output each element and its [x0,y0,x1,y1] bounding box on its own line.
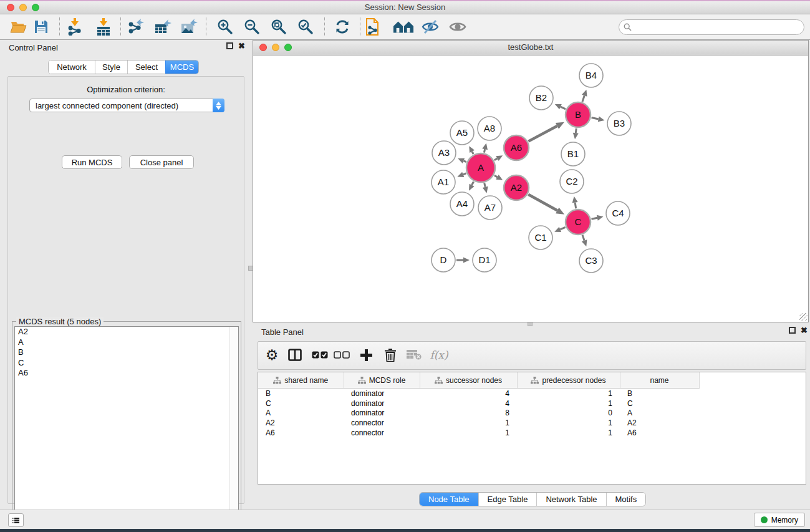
window-resize-grip[interactable] [799,313,808,321]
table-cell[interactable]: A6 [620,428,699,438]
table-row[interactable]: A2connector11A2 [258,418,699,428]
float-panel-icon[interactable] [226,42,233,49]
table-cell[interactable]: 4 [420,399,517,409]
table-cell[interactable]: A2 [620,418,699,428]
close-panel-icon[interactable]: ✖ [238,42,245,49]
table-cell[interactable]: C [620,399,699,409]
network-close-button[interactable] [259,44,267,51]
hide-graphics-details-button[interactable] [420,16,441,37]
export-image-button[interactable] [178,16,200,37]
table-row[interactable]: Bdominator41B [258,389,699,399]
table-cell[interactable]: B [620,389,699,399]
tab-style[interactable]: Style [95,60,127,74]
table-cell[interactable]: 1 [420,418,517,428]
table-cell[interactable]: A [258,408,344,418]
new-network-from-file-button[interactable] [362,16,383,37]
open-session-button[interactable] [8,16,29,37]
mcds-result-item[interactable]: B [15,347,238,358]
table-cell[interactable]: 1 [517,399,620,409]
graph-edge-A-A3 [463,161,466,162]
network-minimize-button[interactable] [272,44,279,51]
graph-node-label: C4 [612,208,624,218]
table-cell[interactable]: 8 [420,408,517,418]
table-cell[interactable]: connector [344,428,420,438]
column-header[interactable]: shared name [258,372,344,389]
scrollbar-track[interactable] [229,327,238,532]
table-cell[interactable]: 0 [517,408,620,418]
zoom-fit-button[interactable] [268,16,289,37]
main-toolbar [0,14,810,40]
table-cell[interactable]: 1 [420,428,517,438]
import-table-button[interactable] [93,16,114,37]
table-cell[interactable]: 1 [517,418,620,428]
table-row[interactable]: Cdominator41C [258,399,699,409]
home-pages-icon[interactable] [393,16,414,37]
mcds-result-item[interactable]: C [15,358,238,369]
network-canvas[interactable]: B4B2BB3A5A8A6A3B1AC2A1A2A4A7C4CC1C3DD1 [253,55,808,322]
deselect-all-button[interactable] [331,344,352,365]
show-columns-button[interactable] [284,344,306,365]
column-header[interactable]: predecessor nodes [517,372,620,389]
show-graphics-details-button[interactable] [447,16,468,37]
table-cell[interactable]: B [258,389,344,399]
table-cell[interactable]: A6 [258,428,344,438]
tab-select[interactable]: Select [127,60,165,74]
create-column-button[interactable] [355,344,377,365]
graph-edge-B-B4 [582,95,584,102]
table-cell[interactable]: dominator [344,399,420,409]
table-cell[interactable]: C [258,399,344,409]
column-header[interactable]: name [620,372,699,389]
tab-network[interactable]: Network [49,60,95,74]
control-panel-title: Control Panel [9,43,58,52]
titlebar: Session: New Session [0,1,810,14]
minimize-window-button[interactable] [19,4,27,11]
close-window-button[interactable] [7,4,14,11]
select-all-button[interactable] [309,344,330,365]
column-header[interactable]: MCDS role [344,372,420,389]
column-header[interactable]: successor nodes [420,372,517,389]
table-cell[interactable]: 1 [517,389,620,399]
table-cell[interactable]: dominator [344,408,420,418]
network-window-titlebar[interactable]: testGlobe.txt [253,41,808,56]
tab-mcds[interactable]: MCDS [165,60,198,74]
mcds-result-item[interactable]: A6 [15,368,238,379]
close-panel-button[interactable]: Close panel [129,155,194,169]
tab-motifs[interactable]: Motifs [606,493,646,506]
refresh-button[interactable] [332,16,353,37]
tab-edge-table[interactable]: Edge Table [478,493,537,506]
table-row[interactable]: A6connector11A6 [258,428,699,438]
close-table-panel-icon[interactable]: ✖ [801,327,808,334]
network-zoom-button[interactable] [284,44,292,51]
zoom-in-button[interactable] [215,16,236,37]
export-network-button[interactable] [125,16,147,37]
table-cell[interactable]: A2 [258,418,344,428]
table-cell[interactable]: A [620,408,699,418]
table-cell[interactable]: 1 [517,428,620,438]
table-cell[interactable]: connector [344,418,420,428]
save-session-button[interactable] [31,16,52,37]
table-cell[interactable]: 4 [420,389,517,399]
show-task-history-button[interactable] [8,513,24,527]
mcds-result-item[interactable]: A2 [15,327,238,337]
run-mcds-button[interactable]: Run MCDS [62,155,122,169]
table-settings-button[interactable]: ⚙ [261,344,282,365]
graph-node-label: B3 [614,118,625,128]
tab-node-table[interactable]: Node Table [420,493,478,506]
memory-button[interactable]: Memory [754,513,805,527]
delete-column-button[interactable] [380,344,401,365]
zoom-window-button[interactable] [32,4,39,11]
table-cell[interactable]: dominator [344,389,420,399]
import-network-button[interactable] [64,16,85,37]
mcds-result-item[interactable]: A [15,337,238,348]
mcds-result-items: A2ABCA6 [15,327,238,379]
export-table-button[interactable] [152,16,173,37]
search-input[interactable] [634,21,799,34]
criterion-dropdown[interactable]: largest connected component (directed) [29,99,224,112]
mcds-result-title: MCDS result (5 nodes) [16,317,104,326]
search-icon [624,23,632,31]
zoom-out-button[interactable] [241,16,263,37]
table-row[interactable]: Adominator80A [258,408,699,418]
zoom-selected-button[interactable] [295,16,316,37]
tab-network-table[interactable]: Network Table [536,493,605,506]
float-table-panel-icon[interactable] [789,327,796,334]
